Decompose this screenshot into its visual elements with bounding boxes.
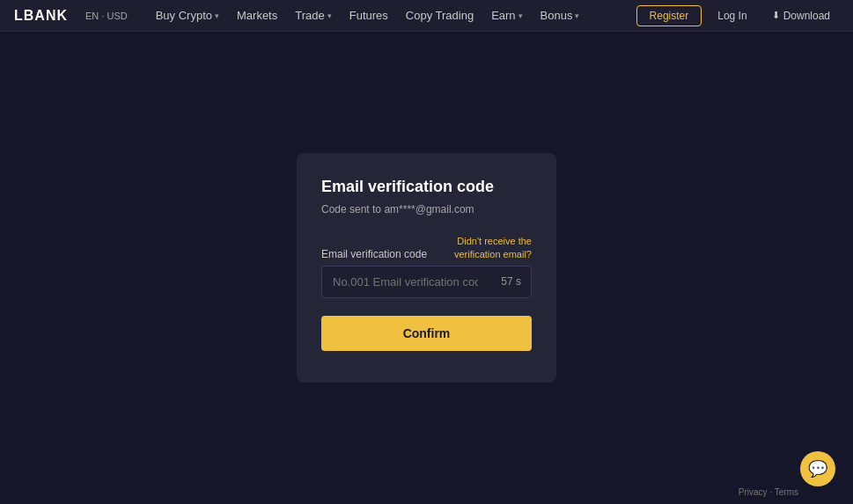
field-label: Email verification code	[321, 248, 427, 260]
countdown-display: 57 s	[501, 275, 521, 288]
verification-modal: Email verification code Code sent to am*…	[297, 153, 556, 383]
login-button[interactable]: Log In	[709, 6, 755, 26]
nav-copy-trading[interactable]: Copy Trading	[399, 5, 481, 26]
privacy-footer: Privacy · Terms	[739, 487, 798, 497]
field-header-row: Email verification code Didn't receive t…	[321, 235, 532, 260]
nav-bonus[interactable]: Bonus ▾	[533, 5, 587, 26]
resend-link[interactable]: Didn't receive the verification email?	[454, 235, 532, 260]
chevron-down-icon: ▾	[215, 11, 219, 20]
chevron-down-icon: ▾	[575, 11, 579, 20]
chat-icon: 💬	[808, 459, 827, 478]
code-input-wrapper: 57 s	[321, 266, 532, 298]
nav-markets[interactable]: Markets	[230, 5, 284, 26]
navbar-actions: Register Log In Download	[636, 5, 839, 26]
nav-futures[interactable]: Futures	[342, 5, 395, 26]
register-button[interactable]: Register	[636, 5, 702, 26]
locale-selector[interactable]: EN · USD	[85, 11, 128, 21]
modal-title: Email verification code	[321, 178, 532, 196]
chevron-down-icon: ▾	[327, 11, 332, 20]
navbar: LBANK EN · USD Buy Crypto ▾ Markets Trad…	[0, 0, 853, 32]
verification-code-input[interactable]	[321, 266, 532, 298]
confirm-button[interactable]: Confirm	[321, 316, 532, 351]
brand-logo[interactable]: LBANK	[14, 8, 68, 24]
nav-earn[interactable]: Earn ▾	[484, 5, 529, 26]
chevron-down-icon: ▾	[518, 11, 523, 20]
download-button[interactable]: Download	[763, 6, 839, 26]
email-display: am****@gmail.com	[384, 203, 474, 215]
nav-buy-crypto[interactable]: Buy Crypto ▾	[149, 5, 226, 26]
nav-links: Buy Crypto ▾ Markets Trade ▾ Futures Cop…	[149, 5, 636, 26]
chat-widget[interactable]: 💬	[800, 451, 835, 486]
nav-trade[interactable]: Trade ▾	[288, 5, 338, 26]
modal-subtitle: Code sent to am****@gmail.com	[321, 203, 532, 215]
main-background: Email verification code Code sent to am*…	[0, 32, 853, 504]
